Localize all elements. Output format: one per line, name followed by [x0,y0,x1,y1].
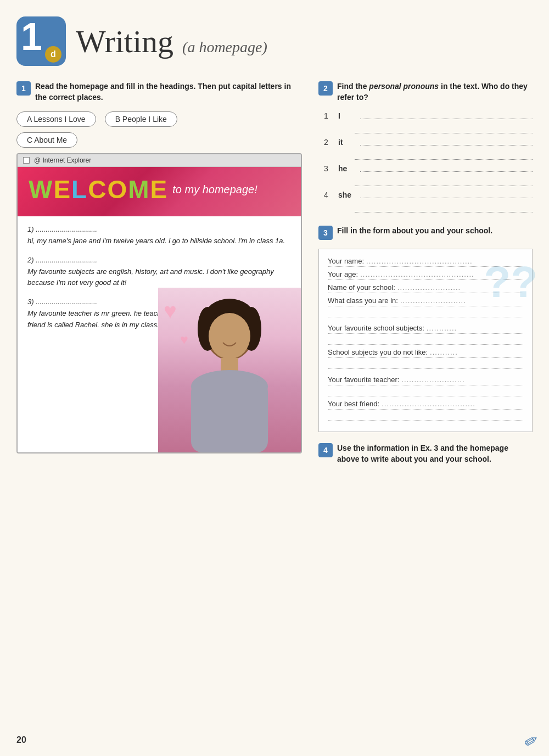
exercise-4-header: 4 Use the information in Ex. 3 and the h… [318,443,533,464]
pencil-icon: ✏ [520,729,542,753]
form-label-age: Your age: [328,270,358,278]
form-label-school: Name of your school: [328,283,395,292]
browser-bar: @ Internet Explorer [18,154,301,167]
exercise-4-label: 4 [318,443,333,457]
exercise-2: 2 Find the personal pronouns in the text… [318,81,533,212]
form-label-class: What class you are in: [328,296,398,305]
personal-pronouns-italic: personal pronouns [369,82,439,91]
welcome-letter-w: W [29,177,52,202]
exercise-3: 3 Fill in the form about you and your sc… [318,226,533,432]
pronoun-word-2: it [338,138,356,147]
pill-a: A Lessons I Love [16,111,96,127]
exercise-1-instruction: Read the homepage and fill in the headin… [35,81,302,103]
form-dots-teacher: ......................... [401,376,523,384]
welcome-letter-m: M [128,177,149,202]
pronoun-num-3: 3 [324,164,334,173]
form-label-friend: Your best friend: [328,400,379,408]
section-2-text: My favourite subjects are english, histo… [27,266,291,289]
form-field-dislike: School subjects you do not like: .......… [328,348,523,358]
form-field-subjects: Your favourite school subjects: ........… [328,324,523,334]
form-field-teacher: Your favourite teacher: ................… [328,376,523,385]
pronoun-extra-3 [355,178,533,186]
form-label-dislike: School subjects you do not like: [328,348,428,356]
form-dots-dislike: ........... [430,348,523,356]
form-label-subjects: Your favourite school subjects: [328,324,424,332]
form-label-name: Your name: [328,257,364,265]
welcome-text-row: W E L C O M E to my homepage! [29,177,290,202]
page-title: Writing [76,23,173,60]
pronoun-item-3: 3 he [324,164,533,174]
pronoun-word-3: he [338,164,356,173]
pronoun-extra-dots-2 [355,152,533,160]
pill-b: B People I Like [105,111,177,127]
pronoun-list: 1 I 2 it [318,111,533,212]
section-2-label: 2) ............................... [27,255,291,266]
form-box: ?? Your name: ..........................… [318,249,533,432]
pronoun-dots-1 [360,111,533,119]
pronoun-extra-2 [355,152,533,160]
pronoun-dots-2 [360,138,533,145]
pill-row: A Lessons I Love B People I Like [16,111,302,127]
exercise-4: 4 Use the information in Ex. 3 and the h… [318,443,533,464]
pronoun-num-1: 1 [324,111,334,120]
pronoun-extra-4 [355,205,533,212]
welcome-letters: W E L C O M E [29,177,167,202]
form-extra-teacher [328,389,523,396]
exercise-3-instruction: Fill in the form about you and your scho… [337,226,492,237]
photo-area: ♥ ♥ [158,288,301,452]
form-extra-friend [328,413,523,421]
form-extra-class [328,310,523,317]
browser-content: 1) ............................... hi, m… [18,216,301,452]
page-subtitle: (a homepage) [182,38,267,56]
welcome-letter-e1: E [53,177,70,202]
unit-letter: d [45,46,61,63]
section-3-num: 3) ............................... [27,298,97,306]
svg-point-4 [209,313,250,359]
pronoun-item-4: 4 she [324,191,533,200]
welcome-letter-l: L [71,177,87,202]
page: 1 d Writing (a homepage) 1 Read the home… [0,0,549,756]
pronoun-item-1: 1 I [324,111,533,121]
welcome-letter-o: O [107,177,127,202]
exercise-2-label: 2 [318,81,333,96]
pronoun-num-2: 2 [324,138,334,147]
pronoun-extra-1 [355,126,533,133]
unit-number: 1 [16,16,42,56]
welcome-banner: W E L C O M E to my homepage! [18,167,301,216]
welcome-letter-e2: E [150,177,167,202]
pronoun-dots-3 [360,164,533,172]
pronoun-extra-dots-1 [355,126,533,133]
exercise-1-label: 1 [16,81,31,96]
section-1-num: 1) ............................... [27,225,97,233]
browser-title: @ Internet Explorer [34,156,91,164]
exercise-3-label: 3 [318,226,333,240]
pronoun-extra-dots-4 [355,205,533,212]
section-1-text: hi, my name's jane and i'm twelve years … [27,236,291,247]
homepage-section-1: 1) ............................... hi, m… [27,224,291,247]
exercise-2-header: 2 Find the personal pronouns in the text… [318,81,533,103]
heart-deco-2: ♥ [180,332,188,348]
svg-rect-5 [221,358,238,372]
pronoun-item-2: 2 it [324,138,533,148]
form-extra-dislike [328,361,523,369]
pill-row-2: C About Me [16,132,302,148]
pronoun-num-4: 4 [324,191,334,199]
pill-c: C About Me [16,132,77,148]
person-silhouette [175,299,284,452]
section-2-num: 2) ............................... [27,256,97,264]
form-field-friend: Your best friend: ......................… [328,400,523,410]
welcome-subtitle: to my homepage! [172,183,257,196]
unit-badge: 1 d [16,16,66,66]
page-number: 20 [16,735,26,745]
exercise-4-instruction: Use the information in Ex. 3 and the hom… [337,443,533,464]
main-content: 1 Read the homepage and fill in the head… [16,81,533,473]
svg-rect-7 [191,381,268,452]
section-1-label: 1) ............................... [27,224,291,236]
exercise-2-instruction: Find the personal pronouns in the text. … [337,81,533,103]
pronoun-word-1: I [338,111,356,120]
browser-window: @ Internet Explorer W E L C O M E [16,153,302,453]
welcome-letter-c: C [88,177,106,202]
heart-deco-1: ♥ [164,299,177,323]
title-area: Writing (a homepage) [76,23,267,60]
pronoun-extra-dots-3 [355,178,533,186]
